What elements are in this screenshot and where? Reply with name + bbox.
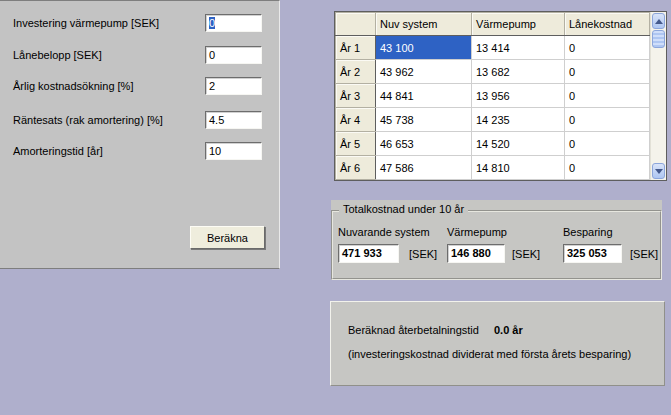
scroll-down-icon xyxy=(655,169,663,174)
cell[interactable]: 14 810 xyxy=(472,156,565,180)
cell[interactable]: 0 xyxy=(565,156,650,180)
scrollbar-track[interactable] xyxy=(651,48,666,162)
cell[interactable]: 0 xyxy=(565,36,650,60)
table-row: År 5 46 653 14 520 0 xyxy=(336,132,650,156)
cell[interactable]: 46 653 xyxy=(376,132,472,156)
interest-rate-input[interactable]: 4.5 xyxy=(205,111,262,129)
payback-time-label: Beräknad återbetalningstid xyxy=(348,324,479,336)
heat-pump-unit: [SEK] xyxy=(512,248,540,260)
interest-rate-label: Räntesats (rak amortering) [%] xyxy=(13,114,163,126)
heat-pump-calculator-window: Investering värmepump [SEK] Lånebelopp [… xyxy=(0,0,671,415)
heat-pump-total[interactable]: 146 880 xyxy=(447,244,505,263)
cost-grid: Nuv system Värmepump Lånekostnad År 1 43… xyxy=(335,12,650,180)
scroll-up-button[interactable] xyxy=(652,13,665,29)
table-row: År 1 43 100 13 414 0 xyxy=(336,36,650,60)
payback-panel: Beräknad återbetalningstid 0.0 år (inves… xyxy=(330,301,665,386)
col-header-nuv-system: Nuv system xyxy=(376,13,472,36)
cell[interactable]: 44 841 xyxy=(376,84,472,108)
amortization-period-label: Amorteringstid [år] xyxy=(13,145,103,157)
scroll-up-icon xyxy=(655,19,663,24)
selected-text: 0 xyxy=(209,17,215,29)
totals-panel: Totalkostnad under 10 år Nuvarande syste… xyxy=(331,200,662,280)
row-header: År 4 xyxy=(336,108,376,132)
amortization-period-input[interactable]: 10 xyxy=(205,142,262,160)
investment-input[interactable]: 0 xyxy=(205,14,262,32)
loan-amount-input[interactable]: 0 xyxy=(205,46,262,64)
row-header: År 3 xyxy=(336,84,376,108)
col-header-lanekostnad: Lånekostnad xyxy=(565,13,650,36)
heat-pump-label: Värmepump xyxy=(447,226,507,238)
annual-cost-increase-input[interactable]: 2 xyxy=(205,77,262,95)
cell[interactable]: 13 682 xyxy=(472,60,565,84)
cell[interactable]: 0 xyxy=(565,60,650,84)
calculate-button[interactable]: Beräkna xyxy=(190,226,265,249)
table-header-row: Nuv system Värmepump Lånekostnad xyxy=(336,13,650,36)
cell[interactable]: 14 520 xyxy=(472,132,565,156)
cell[interactable]: 0 xyxy=(565,108,650,132)
yearly-cost-table: Nuv system Värmepump Lånekostnad År 1 43… xyxy=(334,11,667,181)
cell[interactable]: 0 xyxy=(565,84,650,108)
corner-cell xyxy=(336,13,376,36)
row-header: År 1 xyxy=(336,36,376,60)
payback-time-value: 0.0 år xyxy=(494,324,523,336)
investment-label: Investering värmepump [SEK] xyxy=(13,17,159,29)
cell[interactable]: 13 956 xyxy=(472,84,565,108)
col-header-varmepump: Värmepump xyxy=(472,13,565,36)
table-row: År 4 45 738 14 235 0 xyxy=(336,108,650,132)
current-system-total[interactable]: 471 933 xyxy=(338,244,399,263)
table-row: År 3 44 841 13 956 0 xyxy=(336,84,650,108)
savings-unit: [SEK] xyxy=(630,248,658,260)
input-panel: Investering värmepump [SEK] Lånebelopp [… xyxy=(0,0,280,269)
vertical-scrollbar[interactable] xyxy=(650,12,666,180)
current-system-unit: [SEK] xyxy=(409,248,437,260)
payback-note: (investeringskostnad dividerat med först… xyxy=(348,348,631,360)
scroll-down-button[interactable] xyxy=(652,163,665,179)
cell[interactable]: 47 586 xyxy=(376,156,472,180)
annual-cost-increase-label: Årlig kostnadsökning [%] xyxy=(13,80,133,92)
savings-total[interactable]: 325 053 xyxy=(563,244,622,263)
table-row: År 2 43 962 13 682 0 xyxy=(336,60,650,84)
current-system-label: Nuvarande system xyxy=(338,226,430,238)
cell[interactable]: 14 235 xyxy=(472,108,565,132)
cell[interactable]: 43 962 xyxy=(376,60,472,84)
totals-title: Totalkostnad under 10 år xyxy=(339,203,468,215)
row-header: År 6 xyxy=(336,156,376,180)
cell[interactable]: 13 414 xyxy=(472,36,565,60)
cell[interactable]: 45 738 xyxy=(376,108,472,132)
cell-selected[interactable]: 43 100 xyxy=(376,36,472,60)
loan-amount-label: Lånebelopp [SEK] xyxy=(13,49,102,61)
table-row: År 6 47 586 14 810 0 xyxy=(336,156,650,180)
row-header: År 2 xyxy=(336,60,376,84)
savings-label: Besparing xyxy=(563,226,613,238)
cell[interactable]: 0 xyxy=(565,132,650,156)
row-header: År 5 xyxy=(336,132,376,156)
scrollbar-thumb[interactable] xyxy=(652,30,665,48)
